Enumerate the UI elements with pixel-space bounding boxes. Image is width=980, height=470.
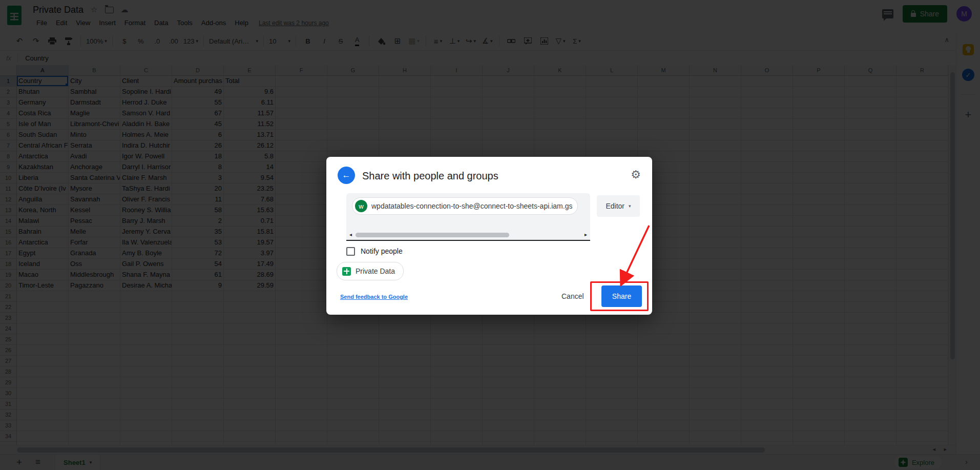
back-button[interactable]: ← (338, 167, 355, 184)
send-feedback-link[interactable]: Send feedback to Google (340, 294, 408, 300)
document-chip-label: Private Data (356, 267, 395, 275)
recipient-email: wpdatatables-connection-to-she@connect-t… (371, 202, 572, 210)
notify-people-label: Notify people (361, 247, 403, 255)
dialog-title: Share with people and groups (362, 170, 498, 182)
recipients-input[interactable]: w wpdatatables-connection-to-she@connect… (346, 193, 590, 241)
scroll-left-icon[interactable]: ◂ (349, 232, 352, 237)
role-value: Editor (606, 202, 624, 210)
chip-scrollbar[interactable]: ◂ ▸ (348, 232, 588, 238)
document-chip[interactable]: Private Data (337, 262, 404, 280)
cancel-button[interactable]: Cancel (554, 285, 591, 307)
scroll-right-icon[interactable]: ▸ (585, 232, 587, 237)
recipient-avatar: w (355, 200, 367, 212)
chip-scrollbar-thumb[interactable] (356, 233, 509, 237)
gear-icon[interactable]: ⚙ (631, 168, 641, 181)
notify-people-checkbox[interactable] (346, 247, 355, 256)
recipient-chip[interactable]: w wpdatatables-connection-to-she@connect… (352, 197, 578, 215)
chevron-down-icon: ▾ (629, 203, 631, 209)
annotation-arrow (607, 221, 658, 291)
sheets-file-icon (342, 267, 351, 276)
role-selector[interactable]: Editor ▾ (597, 195, 640, 217)
